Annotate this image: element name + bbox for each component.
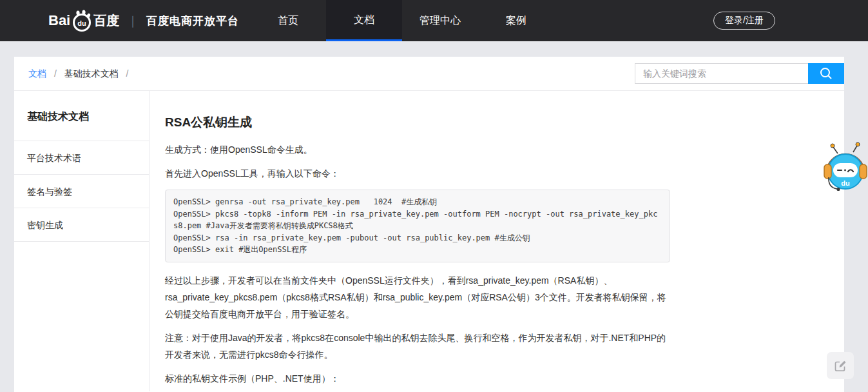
breadcrumb-separator: / [126, 68, 129, 79]
platform-title: 百度电商开放平台 [146, 14, 239, 28]
code-line: OpenSSL> pkcs8 -topk8 -inform PEM -in rs… [173, 208, 662, 232]
baidu-logo[interactable]: Bai du 百度 ｜ 百度电商开放平台 [48, 0, 239, 41]
paragraph-openssl-intro: 首先进入OpenSSL工具，再输入以下命令： [165, 165, 670, 182]
sidebar-item-platform-terms[interactable]: 平台技术术语 [14, 141, 149, 175]
feedback-edit-button[interactable] [827, 352, 854, 379]
breadcrumb: 文档 / 基础技术文档 / [28, 68, 133, 80]
sidebar-category-title: 基础技术文档 [14, 91, 149, 141]
page-title: RSA公私钥生成 [165, 114, 670, 131]
svg-text:du: du [841, 179, 849, 187]
sidebar-item-key-generation[interactable]: 密钥生成 [14, 208, 149, 242]
paragraph-steps-result: 经过以上步骤，开发者可以在当前文件夹中（OpenSSL运行文件夹），看到rsa_… [165, 272, 670, 322]
doc-article: RSA公私钥生成 生成方式：使用OpenSSL命令生成。 首先进入OpenSSL… [165, 114, 670, 391]
doc-main: RSA公私钥生成 生成方式：使用OpenSSL命令生成。 首先进入OpenSSL… [149, 91, 844, 391]
breadcrumb-separator: / [54, 68, 57, 79]
logo-text-cn: 百度 [93, 12, 119, 30]
code-block-openssl-commands: OpenSSL> genrsa -out rsa_private_key.pem… [165, 190, 670, 262]
sidebar-item-sign-verify[interactable]: 签名与验签 [14, 175, 149, 208]
paragraph-generation-method: 生成方式：使用OpenSSL命令生成。 [165, 141, 670, 158]
svg-text:du: du [78, 19, 86, 27]
logo-divider: ｜ [127, 13, 139, 28]
search-box [635, 63, 844, 84]
breadcrumb-current: 基础技术文档 [64, 68, 119, 79]
nav-tab-management-center[interactable]: 管理中心 [402, 0, 478, 41]
breadcrumb-link-docs[interactable]: 文档 [28, 68, 46, 79]
paragraph-java-note: 注意：对于使用Java的开发者，将pkcs8在console中输出的私钥去除头尾… [165, 329, 670, 363]
code-line: OpenSSL> rsa -in rsa_private_key.pem -pu… [173, 232, 662, 244]
code-line: OpenSSL> genrsa -out rsa_private_key.pem… [173, 196, 662, 208]
nav-tab-docs[interactable]: 文档 [326, 0, 402, 41]
search-button[interactable] [808, 63, 844, 84]
nav-tab-cases[interactable]: 案例 [478, 0, 554, 41]
nav-tab-home[interactable]: 首页 [250, 0, 326, 41]
search-input[interactable] [635, 63, 808, 84]
paragraph-key-example-label: 标准的私钥文件示例（PHP、.NET使用）： [165, 370, 670, 387]
top-nav: Bai du 百度 ｜ 百度电商开放平台 首页 文档 管理中心 案例 登录/注册 [0, 0, 868, 41]
code-line: OpenSSL> exit #退出OpenSSL程序 [173, 244, 662, 256]
breadcrumb-row: 文档 / 基础技术文档 / [14, 57, 844, 91]
logo-text-bai: Bai [48, 12, 70, 29]
search-icon [819, 66, 833, 81]
edit-icon [834, 359, 847, 373]
nav-menu: 首页 文档 管理中心 案例 [250, 0, 554, 41]
baidu-paw-icon: du [71, 10, 93, 32]
login-register-button[interactable]: 登录/注册 [713, 12, 775, 30]
content-card: 文档 / 基础技术文档 / 基础技术文档 平台技术术语 签名与验签 密钥生成 [14, 57, 844, 392]
docs-sidebar: 基础技术文档 平台技术术语 签名与验签 密钥生成 [14, 91, 149, 391]
du-robot-assistant-icon[interactable]: du [824, 141, 867, 193]
